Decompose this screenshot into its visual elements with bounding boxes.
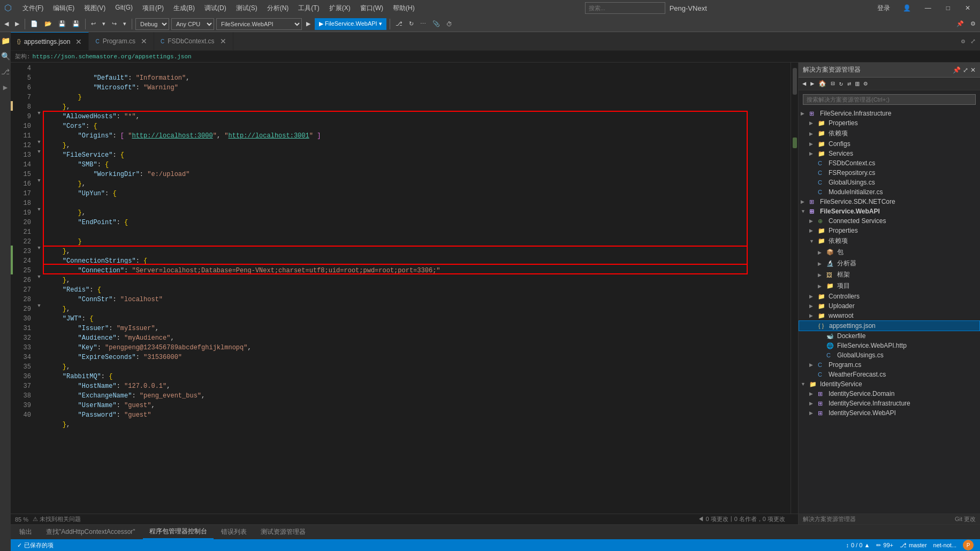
fold-23[interactable]: ▼ xyxy=(35,246,43,255)
debug-config-select[interactable]: Debug xyxy=(135,18,169,30)
minimize-btn[interactable]: — xyxy=(920,2,937,14)
tree-item-sdk[interactable]: ▶ ⊞ FileService.SDK.NETCore xyxy=(799,197,980,206)
se-search-input[interactable] xyxy=(803,94,976,105)
debug-side-btn[interactable]: ▶ xyxy=(1,81,10,94)
startup-project-select[interactable]: FileService.WebAPI xyxy=(216,18,302,30)
tree-item-packages[interactable]: ▶ 📦 包 xyxy=(799,247,980,258)
breadcrumb-url[interactable]: https://json.schemastore.org/appsettings… xyxy=(33,53,192,60)
save-btn[interactable]: 💾 xyxy=(56,19,68,28)
tree-item-globalusings1[interactable]: C GlobalUsings.cs xyxy=(799,178,980,187)
maximize-btn[interactable]: □ xyxy=(941,2,955,14)
tree-item-appsettings[interactable]: { } appsettings.json xyxy=(799,320,980,331)
menu-test[interactable]: 测试(S) xyxy=(232,2,262,15)
fold-19[interactable]: ▼ xyxy=(35,207,43,217)
menu-build[interactable]: 生成(B) xyxy=(169,2,199,15)
settings-btn[interactable]: ⚙ xyxy=(968,19,978,28)
menu-git[interactable]: Git(G) xyxy=(111,2,137,15)
tree-item-infrastructure[interactable]: ▶ ⊞ FileService.Infrastructure xyxy=(799,109,980,118)
tree-item-controllers[interactable]: ▶ 📁 Controllers xyxy=(799,292,980,301)
bottom-tab-nuget[interactable]: 程序包管理器控制台 xyxy=(143,525,214,539)
fold-16[interactable]: ▼ xyxy=(35,178,43,188)
tree-item-projects-dep[interactable]: ▶ 📁 项目 xyxy=(799,280,980,292)
se-settings-btn[interactable]: ⚙ xyxy=(862,79,869,89)
tree-item-framework[interactable]: ▶ 🖼 框架 xyxy=(799,269,980,280)
tree-item-weatherforecast[interactable]: C WeatherForecast.cs xyxy=(799,370,980,379)
se-refresh-btn[interactable]: ↻ xyxy=(838,79,845,89)
se-switch-btn[interactable]: ⇄ xyxy=(846,79,853,89)
refresh-btn[interactable]: ↻ xyxy=(407,19,416,28)
tab-fsdb[interactable]: C FSDbContext.cs ✕ xyxy=(154,32,233,50)
fold-12[interactable]: ▼ xyxy=(35,140,43,149)
tree-item-deps1[interactable]: ▶ 📁 依赖项 xyxy=(799,128,980,139)
tree-item-wwwroot[interactable]: ▶ 📁 wwwroot xyxy=(799,311,980,320)
tree-item-dockerfile[interactable]: 🐋 Dockerfile xyxy=(799,331,980,341)
redo-dropdown[interactable]: ▾ xyxy=(121,19,128,28)
tree-item-program[interactable]: ▶ C Program.cs xyxy=(799,360,980,370)
tab-close-appsettings[interactable]: ✕ xyxy=(75,37,82,46)
new-file-btn[interactable]: 📄 xyxy=(28,19,40,28)
tree-item-properties2[interactable]: ▶ 📁 Properties xyxy=(799,226,980,235)
more-btn[interactable]: ⋯ xyxy=(418,19,428,28)
fold-13[interactable]: ▼ xyxy=(35,149,43,159)
status-edits[interactable]: ✏ 99+ xyxy=(874,540,895,550)
tree-item-connected-services[interactable]: ▶ ⊕ Connected Services xyxy=(799,216,980,226)
save-all-btn[interactable]: 💾 xyxy=(70,19,82,28)
menu-analyze[interactable]: 分析(N) xyxy=(263,2,293,15)
perf-btn[interactable]: ⏱ xyxy=(444,20,454,28)
menu-tools[interactable]: 工具(T) xyxy=(294,2,323,15)
bottom-tab-test[interactable]: 测试资源管理器 xyxy=(254,525,312,539)
scrollbar-thumb[interactable] xyxy=(793,68,797,95)
tree-item-identity-domain[interactable]: ▶ ⊞ IdentityService.Domain xyxy=(799,389,980,399)
status-errors[interactable]: ↕ 0 / 0 ▲ xyxy=(844,540,872,550)
menu-file[interactable]: 文件(F) xyxy=(18,2,48,15)
run-btn[interactable]: ▶ FileService.WebAPI ▾ xyxy=(315,18,386,30)
git-side-btn[interactable]: ⎇ xyxy=(0,65,12,79)
panel-pin-btn[interactable]: 📌 xyxy=(953,66,961,74)
se-home-btn[interactable]: 🏠 xyxy=(817,79,828,89)
menu-project[interactable]: 项目(P) xyxy=(138,2,168,15)
status-network[interactable]: net-not... xyxy=(931,540,959,550)
pin-btn[interactable]: 📌 xyxy=(954,19,966,28)
tree-item-identity-webapi[interactable]: ▶ ⊞ IdentityService.WebAPI xyxy=(799,408,980,418)
se-filter-btn[interactable]: ▥ xyxy=(854,79,861,89)
redo-btn[interactable]: ↪ xyxy=(110,19,119,28)
fold-26[interactable]: ▼ xyxy=(35,274,43,284)
platform-select[interactable]: Any CPU xyxy=(171,18,214,30)
code-content[interactable]: "Default": "Information", "Microsoft": "… xyxy=(43,63,791,514)
se-collapse-btn[interactable]: ⊟ xyxy=(829,79,836,89)
tree-item-analyzers[interactable]: ▶ 🔬 分析器 xyxy=(799,258,980,269)
tab-expand-btn[interactable]: ⤢ xyxy=(968,36,978,47)
login-btn[interactable]: 登录 xyxy=(873,2,894,15)
back-btn[interactable]: ◀ xyxy=(2,19,11,28)
tab-close-fsdb[interactable]: ✕ xyxy=(220,37,226,45)
status-ready[interactable]: ✓ 已保存的项 xyxy=(15,541,56,549)
vertical-scrollbar[interactable] xyxy=(791,63,798,514)
close-btn[interactable]: ✕ xyxy=(960,2,976,14)
git-btn[interactable]: ⎇ xyxy=(393,19,405,28)
status-avatar[interactable]: P xyxy=(961,540,976,550)
tree-item-fsdbcontext[interactable]: C FSDbContext.cs xyxy=(799,158,980,168)
fold-9[interactable]: ▼ xyxy=(35,111,43,120)
menu-edit[interactable]: 编辑(E) xyxy=(49,2,79,15)
tree-item-identity-folder[interactable]: ▼ 📁 IdentityService xyxy=(799,379,980,389)
open-btn[interactable]: 📂 xyxy=(42,19,54,28)
tree-item-moduleinit[interactable]: C ModuleInitializer.cs xyxy=(799,187,980,197)
tree-item-webapi[interactable]: ▼ ⊞ FileService.WebAPI xyxy=(799,206,980,216)
menu-extensions[interactable]: 扩展(X) xyxy=(325,2,355,15)
tree-item-uploader[interactable]: ▶ 📁 Uploader xyxy=(799,301,980,311)
tree-item-configs[interactable]: ▶ 📁 Configs xyxy=(799,139,980,149)
menu-window[interactable]: 窗口(W) xyxy=(356,2,388,15)
attach-btn[interactable]: 📎 xyxy=(430,19,442,28)
se-forward-btn[interactable]: ▶ xyxy=(809,79,816,89)
panel-float-btn[interactable]: ⤢ xyxy=(963,66,968,74)
tree-item-fsrepository[interactable]: C FSRepository.cs xyxy=(799,168,980,178)
bottom-tab-output[interactable]: 输出 xyxy=(13,525,39,539)
menu-debug[interactable]: 调试(D) xyxy=(200,2,231,15)
undo-btn[interactable]: ↩ xyxy=(89,19,98,28)
fold-29[interactable]: ▼ xyxy=(35,303,43,313)
account-icon[interactable]: 👤 xyxy=(899,2,915,14)
menu-help[interactable]: 帮助(H) xyxy=(389,2,419,15)
tree-item-properties1[interactable]: ▶ 📁 Properties xyxy=(799,118,980,128)
tree-item-globalusings2[interactable]: C GlobalUsings.cs xyxy=(799,350,980,360)
menu-view[interactable]: 视图(V) xyxy=(80,2,110,15)
